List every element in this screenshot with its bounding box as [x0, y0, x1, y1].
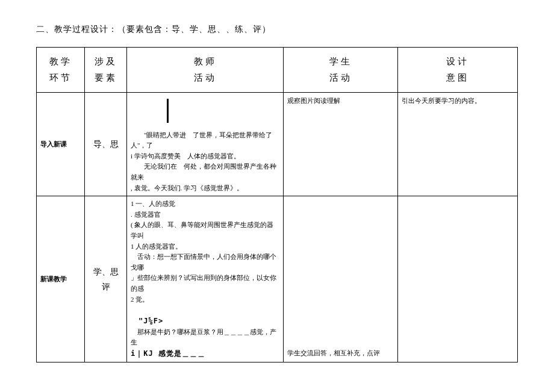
table-row: 导入新课 导、思 "眼睛把人带进 了世界，耳朵把世界带给了人"，了 i 学诗句高… — [37, 93, 518, 196]
intent-cell — [398, 196, 518, 362]
teacher-cell: "眼睛把人带进 了世界，耳朵把世界带给了人"，了 i 学诗句高度赞美 人体的感觉… — [127, 93, 284, 196]
student-cell: 观察图片阅读理解 — [284, 93, 398, 196]
image-placeholder-icon — [167, 99, 172, 123]
header-student-l1: 学生 — [286, 54, 395, 70]
teacher-line: ( 象人的眼、耳、鼻等能对周围世界产生感觉的器学叫 — [131, 221, 273, 239]
teacher-line: 」些部位来辨别？试写出用到的身体部位，以女你的感 — [131, 274, 276, 292]
teacher-line-garbled: i｜KJ 感觉是＿＿＿ — [131, 349, 205, 358]
header-teacher-l1: 教师 — [129, 54, 281, 70]
header-element: 涉及 要素 — [85, 48, 127, 93]
section-title: 二、教学过程设计：（要素包含：导、学、思、、练、评） — [36, 24, 518, 35]
header-phase: 教学 环节 — [37, 48, 85, 93]
intent-cell: 引出今天所要学习的内容。 — [398, 93, 518, 196]
header-phase-l2: 环节 — [39, 70, 82, 86]
teacher-line: . 感觉器官 — [131, 211, 161, 218]
teacher-cell: 1 一、人的感觉 . 感觉器官 ( 象人的眼、耳、鼻等能对周围世界产生感觉的器学… — [127, 196, 284, 362]
teacher-line: i 学诗句高度赞美 人体的感觉器官。 — [131, 152, 240, 160]
teacher-line: 无论我们在 何处，都会对周围世界产生各种就来 — [131, 163, 276, 181]
phase-cell: 导入新课 — [37, 93, 85, 196]
teacher-line: 那杯是牛奶？哪杯是豆浆？用＿＿＿＿感觉，产生 — [131, 328, 276, 346]
teacher-line: 1 一、人的感觉 — [131, 200, 175, 207]
teacher-line: "眼睛把人带进 了世界，耳朵把世界带给了人"，了 — [131, 131, 273, 149]
teacher-line-garbled: "J⅝F> — [131, 317, 163, 325]
element-cell: 导、思 — [85, 93, 127, 196]
header-teacher: 教师 活动 — [127, 48, 284, 93]
header-teacher-l2: 活动 — [129, 70, 281, 86]
header-element-l2: 要素 — [87, 70, 124, 86]
header-student: 学生 活动 — [284, 48, 398, 93]
teacher-line: , 袁觉。今天我们. 学习《感觉世界》。 — [131, 184, 243, 191]
teacher-line: 1 人的感觉器官。 — [131, 243, 182, 250]
header-phase-l1: 教学 — [39, 54, 82, 70]
header-row: 教学 环节 涉及 要素 教师 活动 学生 活动 设计 意图 — [37, 48, 518, 93]
lesson-plan-table: 教学 环节 涉及 要素 教师 活动 学生 活动 设计 意图 导入新课 — [36, 47, 518, 362]
table-row: 新课教学 学、思 评 1 一、人的感觉 . 感觉器官 ( 象人的眼、耳、鼻等能对… — [37, 196, 518, 362]
header-student-l2: 活动 — [286, 70, 395, 86]
teacher-line: 2 觉。 — [131, 296, 149, 303]
teacher-line: 舌动：想一想下面情景中，人们会用身体的哪个戈哪 — [131, 253, 276, 271]
student-cell: 学生交流回答，相互补充，点评 — [284, 196, 398, 362]
header-intent: 设计 意图 — [398, 48, 518, 93]
phase-cell: 新课教学 — [37, 196, 85, 362]
element-cell: 学、思 评 — [85, 196, 127, 362]
header-intent-l2: 意图 — [400, 70, 515, 86]
header-intent-l1: 设计 — [400, 54, 515, 70]
header-element-l1: 涉及 — [87, 54, 124, 70]
